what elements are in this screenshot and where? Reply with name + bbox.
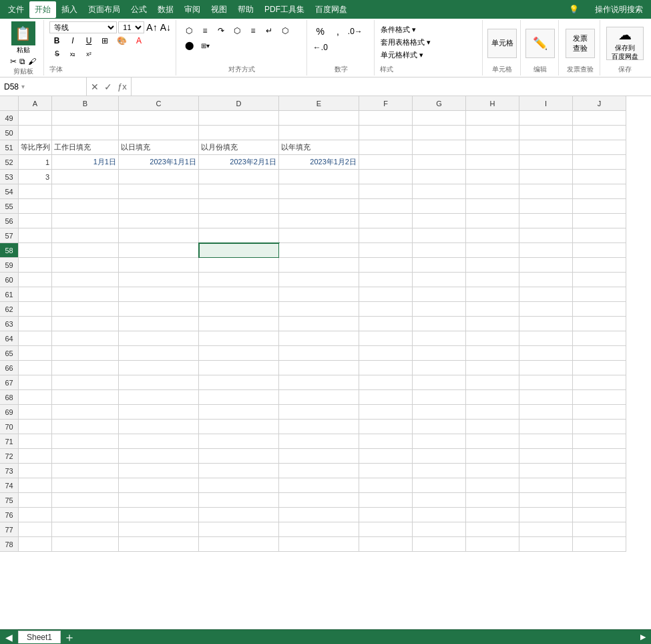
cell-g68[interactable] — [413, 390, 466, 405]
cell-a56[interactable] — [19, 214, 52, 228]
row-header-62[interactable]: 62 — [0, 302, 19, 317]
cell-i55[interactable] — [519, 199, 573, 214]
cell-j72[interactable] — [573, 449, 626, 464]
col-header-f[interactable]: F — [359, 96, 413, 111]
cell-d51[interactable]: 以月份填充 — [199, 140, 279, 155]
cell-c70[interactable] — [119, 420, 199, 434]
cell-f77[interactable] — [359, 522, 413, 537]
cell-h55[interactable] — [466, 199, 519, 214]
menu-formula[interactable]: 公式 — [126, 1, 152, 18]
cell-d59[interactable] — [199, 258, 279, 273]
row-header-55[interactable]: 55 — [0, 199, 19, 214]
row-header-49[interactable]: 49 — [0, 111, 19, 126]
cell-i53[interactable] — [519, 170, 573, 184]
cell-f52[interactable] — [359, 155, 413, 170]
menu-data[interactable]: 数据 — [152, 1, 179, 18]
cell-j58[interactable] — [573, 243, 626, 258]
cell-c66[interactable] — [119, 361, 199, 375]
cell-j57[interactable] — [573, 228, 626, 243]
cell-e72[interactable] — [279, 449, 359, 464]
cell-e53[interactable] — [279, 170, 359, 184]
cell-i67[interactable] — [519, 375, 573, 390]
cell-e56[interactable] — [279, 214, 359, 228]
comma-button[interactable]: , — [330, 24, 346, 39]
cell-b50[interactable] — [52, 126, 119, 140]
cell-c72[interactable] — [119, 449, 199, 464]
cell-b55[interactable] — [52, 199, 119, 214]
cell-e58[interactable] — [279, 243, 359, 258]
cell-h59[interactable] — [466, 258, 519, 273]
copy-button[interactable]: ⧉ — [19, 56, 26, 67]
row-header-60[interactable]: 60 — [0, 273, 19, 287]
cell-b74[interactable] — [52, 478, 119, 493]
cell-h74[interactable] — [466, 478, 519, 493]
cell-e49[interactable] — [279, 111, 359, 126]
scroll-left-button[interactable]: ◀ — [5, 632, 13, 643]
save-baidu-button[interactable]: ☁ 保存到 百度网盘 — [606, 27, 644, 60]
cell-i60[interactable] — [519, 273, 573, 287]
cell-g58[interactable] — [413, 243, 466, 258]
cell-g74[interactable] — [413, 478, 466, 493]
cell-j49[interactable] — [573, 111, 626, 126]
cell-j75[interactable] — [573, 493, 626, 508]
cell-c60[interactable] — [119, 273, 199, 287]
cell-i74[interactable] — [519, 478, 573, 493]
cell-j60[interactable] — [573, 273, 626, 287]
cell-a60[interactable] — [19, 273, 52, 287]
cell-i51[interactable] — [519, 140, 573, 155]
cell-a71[interactable] — [19, 434, 52, 449]
row-header-52[interactable]: 52 — [0, 155, 19, 170]
menu-file[interactable]: 文件 — [3, 1, 29, 18]
cell-f75[interactable] — [359, 493, 413, 508]
cell-d62[interactable] — [199, 302, 279, 317]
row-header-63[interactable]: 63 — [0, 317, 19, 331]
cell-i78[interactable] — [519, 537, 573, 552]
cell-a72[interactable] — [19, 449, 52, 464]
cell-b66[interactable] — [52, 361, 119, 375]
cell-j65[interactable] — [573, 346, 626, 361]
cell-e66[interactable] — [279, 361, 359, 375]
cell-j77[interactable] — [573, 522, 626, 537]
cell-j53[interactable] — [573, 170, 626, 184]
cell-a62[interactable] — [19, 302, 52, 317]
cell-b78[interactable] — [52, 537, 119, 552]
cell-e50[interactable] — [279, 126, 359, 140]
cell-d60[interactable] — [199, 273, 279, 287]
cell-a51[interactable]: 等比序列 — [19, 140, 52, 155]
align-right-button[interactable]: ⬡ — [278, 24, 292, 37]
cell-a75[interactable] — [19, 493, 52, 508]
cell-d67[interactable] — [199, 375, 279, 390]
cell-f76[interactable] — [359, 508, 413, 522]
wrap-text-button[interactable]: ↵ — [262, 24, 276, 37]
cell-b56[interactable] — [52, 214, 119, 228]
cell-g49[interactable] — [413, 111, 466, 126]
cell-d49[interactable] — [199, 111, 279, 126]
cell-b59[interactable] — [52, 258, 119, 273]
cell-j51[interactable] — [573, 140, 626, 155]
cell-button[interactable]: 单元格 — [487, 29, 517, 58]
cell-g73[interactable] — [413, 464, 466, 478]
cell-g51[interactable] — [413, 140, 466, 155]
align-justify-button[interactable]: ⬤ — [182, 39, 196, 52]
font-color-button[interactable]: A — [132, 35, 146, 47]
cell-c56[interactable] — [119, 214, 199, 228]
cell-e61[interactable] — [279, 287, 359, 302]
cell-g62[interactable] — [413, 302, 466, 317]
cell-j61[interactable] — [573, 287, 626, 302]
menu-page-layout[interactable]: 页面布局 — [83, 1, 126, 18]
cell-e64[interactable] — [279, 331, 359, 346]
cell-e69[interactable] — [279, 405, 359, 420]
row-header-68[interactable]: 68 — [0, 390, 19, 405]
cell-b51[interactable]: 工作日填充 — [52, 140, 119, 155]
row-header-77[interactable]: 77 — [0, 522, 19, 537]
cell-g61[interactable] — [413, 287, 466, 302]
cell-j50[interactable] — [573, 126, 626, 140]
cell-b77[interactable] — [52, 522, 119, 537]
cell-h70[interactable] — [466, 420, 519, 434]
cell-i77[interactable] — [519, 522, 573, 537]
cell-b69[interactable] — [52, 405, 119, 420]
cell-c54[interactable] — [119, 184, 199, 199]
cell-e60[interactable] — [279, 273, 359, 287]
row-header-58[interactable]: 58 — [0, 243, 19, 258]
cell-j55[interactable] — [573, 199, 626, 214]
